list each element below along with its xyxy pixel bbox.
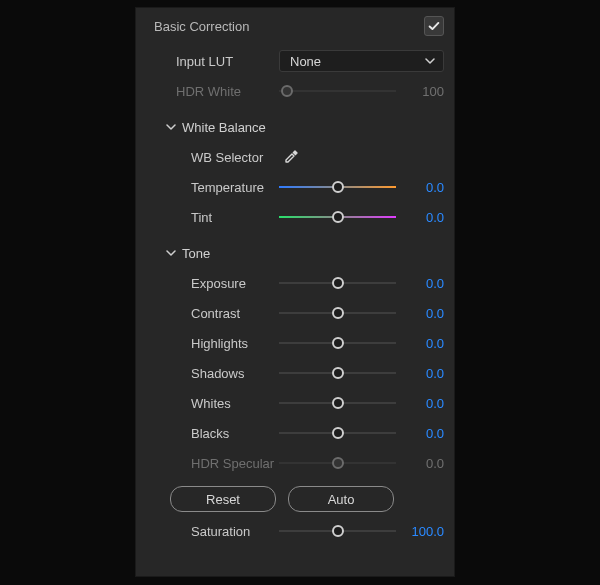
saturation-slider[interactable] [279,522,396,540]
blacks-value[interactable]: 0.0 [396,426,444,441]
highlights-value[interactable]: 0.0 [396,336,444,351]
chevron-down-icon [164,122,178,132]
wb-selector-label: WB Selector [191,150,279,165]
tone-section-header[interactable]: Tone [136,238,444,268]
contrast-row: Contrast 0.0 [136,298,444,328]
contrast-label: Contrast [191,306,279,321]
basic-correction-panel: Basic Correction Input LUT None HDR Whit… [135,7,455,577]
reset-button[interactable]: Reset [170,486,276,512]
panel-title: Basic Correction [154,19,249,34]
hdr-specular-row: HDR Specular 0.0 [136,448,444,478]
blacks-slider[interactable] [279,424,396,442]
panel-enable-checkbox[interactable] [424,16,444,36]
check-icon [427,19,441,33]
white-balance-title: White Balance [182,120,266,135]
exposure-row: Exposure 0.0 [136,268,444,298]
eyedropper-button[interactable] [279,146,303,168]
shadows-slider[interactable] [279,364,396,382]
saturation-label: Saturation [191,524,279,539]
blacks-label: Blacks [191,426,279,441]
tint-slider[interactable] [279,208,396,226]
whites-row: Whites 0.0 [136,388,444,418]
wb-selector-row: WB Selector [136,142,444,172]
input-lut-dropdown[interactable]: None [279,50,444,72]
input-lut-value: None [290,54,321,69]
chevron-down-icon [425,54,435,69]
temperature-slider[interactable] [279,178,396,196]
input-lut-row: Input LUT None [136,46,444,76]
whites-value[interactable]: 0.0 [396,396,444,411]
hdr-white-value: 100 [396,84,444,99]
saturation-value[interactable]: 100.0 [396,524,444,539]
tint-row: Tint 0.0 [136,202,444,232]
blacks-row: Blacks 0.0 [136,418,444,448]
temperature-label: Temperature [191,180,279,195]
highlights-slider[interactable] [279,334,396,352]
tint-value[interactable]: 0.0 [396,210,444,225]
temperature-row: Temperature 0.0 [136,172,444,202]
chevron-down-icon [164,248,178,258]
exposure-slider[interactable] [279,274,396,292]
hdr-white-slider [279,82,396,100]
hdr-white-label: HDR White [176,84,279,99]
temperature-value[interactable]: 0.0 [396,180,444,195]
shadows-row: Shadows 0.0 [136,358,444,388]
eyedropper-icon [283,149,299,165]
exposure-value[interactable]: 0.0 [396,276,444,291]
tone-buttons: Reset Auto [136,478,444,516]
auto-button[interactable]: Auto [288,486,394,512]
contrast-value[interactable]: 0.0 [396,306,444,321]
exposure-label: Exposure [191,276,279,291]
panel-header: Basic Correction [136,14,454,46]
highlights-row: Highlights 0.0 [136,328,444,358]
tint-label: Tint [191,210,279,225]
whites-label: Whites [191,396,279,411]
panel-body: Input LUT None HDR White 100 [136,46,454,546]
tone-title: Tone [182,246,210,261]
shadows-label: Shadows [191,366,279,381]
hdr-specular-label: HDR Specular [191,456,279,471]
hdr-white-row: HDR White 100 [136,76,444,106]
whites-slider[interactable] [279,394,396,412]
hdr-specular-slider [279,454,396,472]
highlights-label: Highlights [191,336,279,351]
white-balance-section-header[interactable]: White Balance [136,112,444,142]
hdr-specular-value: 0.0 [396,456,444,471]
saturation-row: Saturation 100.0 [136,516,444,546]
contrast-slider[interactable] [279,304,396,322]
input-lut-label: Input LUT [176,54,279,69]
shadows-value[interactable]: 0.0 [396,366,444,381]
